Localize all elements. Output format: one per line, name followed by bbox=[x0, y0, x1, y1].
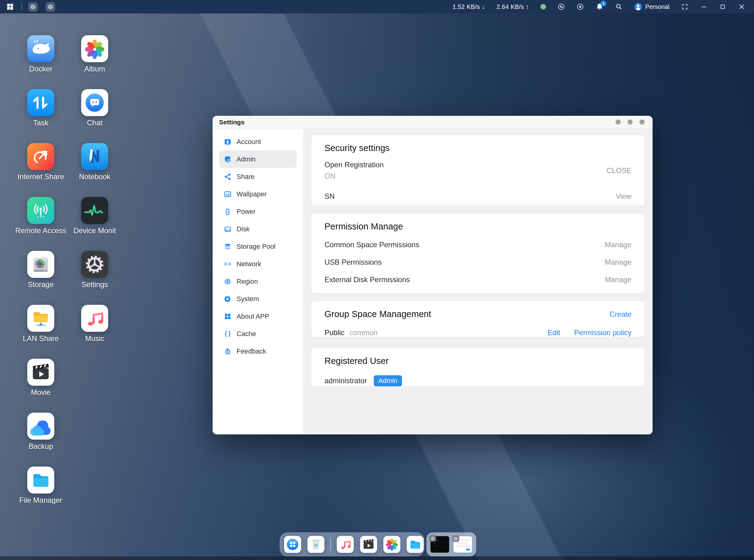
desktop-icon-internet-share[interactable]: Internet Share bbox=[27, 142, 55, 180]
desktop-icon-movie[interactable]: Movie bbox=[27, 358, 55, 396]
sidebar-item-storage-pool[interactable]: Storage Pool bbox=[219, 238, 297, 255]
window-controls bbox=[616, 119, 644, 125]
registered-user-card: Registered User administrator Admin bbox=[312, 348, 644, 386]
row-label: Open Registration bbox=[324, 161, 383, 169]
dock-window-previews bbox=[426, 533, 476, 556]
create-group-space-button[interactable]: Create bbox=[609, 310, 632, 319]
fullscreen-button[interactable] bbox=[681, 3, 689, 11]
taskbar-settings-app-button[interactable] bbox=[28, 2, 38, 12]
desktop-icon-label: Backup bbox=[28, 442, 53, 451]
sidebar-item-admin[interactable]: Admin bbox=[219, 151, 297, 168]
desktop-icon-storage[interactable]: Storage bbox=[27, 250, 55, 288]
preview-content-line bbox=[456, 542, 468, 543]
desktop-icon-docker[interactable]: Docker bbox=[27, 35, 55, 72]
dock: ♻ bbox=[280, 533, 424, 556]
desktop-icon-file-manager[interactable]: File Manager bbox=[27, 466, 55, 503]
search-icon[interactable] bbox=[615, 3, 622, 11]
desktop-column-2: AlbumChatNotebookDevice MonitSettingsMus… bbox=[81, 35, 109, 503]
desktop-icon-label: Notebook bbox=[79, 173, 111, 181]
manage-common-space-action[interactable]: Manage bbox=[605, 240, 632, 249]
desktop-icon-label: Storage bbox=[28, 280, 54, 289]
sidebar-item-about-app[interactable]: About APP bbox=[219, 307, 297, 325]
window-control-dot-1[interactable] bbox=[616, 119, 621, 125]
network-icon bbox=[224, 260, 232, 268]
taskbar-settings-app-button[interactable] bbox=[46, 2, 55, 12]
sidebar-item-cache[interactable]: Cache bbox=[219, 325, 297, 342]
movie-app-icon bbox=[27, 358, 55, 386]
remote-access-app-icon bbox=[27, 196, 55, 224]
desktop-icon-remote-access[interactable]: Remote Access bbox=[27, 196, 55, 234]
sidebar-item-label: About APP bbox=[237, 313, 269, 320]
desktop-icon-album[interactable]: Album bbox=[81, 35, 109, 72]
svg-text:♻: ♻ bbox=[314, 543, 318, 548]
desktop-icon-notebook[interactable]: Notebook bbox=[81, 142, 109, 180]
window-control-dot-2[interactable] bbox=[628, 119, 633, 125]
row-label: SN bbox=[324, 192, 335, 201]
desktop-icon-music[interactable]: Music bbox=[81, 304, 109, 342]
lan-share-app-icon bbox=[27, 304, 55, 333]
window-control-dot-3[interactable] bbox=[639, 119, 644, 125]
desktop-icon-task[interactable]: Task bbox=[27, 88, 55, 126]
sidebar-item-feedback[interactable]: Feedback bbox=[219, 342, 297, 360]
data-transfer-icon[interactable] bbox=[558, 3, 565, 11]
manage-usb-action[interactable]: Manage bbox=[605, 258, 632, 266]
permission-policy-button[interactable]: Permission policy bbox=[574, 328, 632, 337]
settings-window-preview-dark[interactable] bbox=[431, 536, 449, 553]
settings-window-preview-light[interactable] bbox=[453, 536, 472, 553]
sidebar-item-label: Storage Pool bbox=[237, 243, 275, 251]
top-bar-left bbox=[0, 2, 55, 12]
preview-accent-block bbox=[466, 549, 470, 551]
dock-album-button[interactable] bbox=[383, 536, 401, 553]
view-sn-action[interactable]: View bbox=[616, 192, 632, 201]
sidebar-item-label: Network bbox=[237, 260, 261, 268]
sidebar-item-network[interactable]: Network bbox=[219, 255, 297, 273]
feedback-icon bbox=[224, 347, 232, 355]
window-titlebar: Settings bbox=[213, 116, 653, 129]
desktop-icon-settings[interactable]: Settings bbox=[81, 250, 109, 288]
desktop-icon-chat[interactable]: Chat bbox=[81, 88, 109, 126]
sidebar-item-region[interactable]: Region bbox=[219, 273, 297, 290]
sidebar-item-power[interactable]: Power bbox=[219, 203, 297, 220]
sidebar-item-wallpaper[interactable]: Wallpaper bbox=[219, 185, 297, 203]
minimize-button[interactable] bbox=[700, 3, 708, 11]
start-menu-button[interactable] bbox=[5, 2, 15, 12]
sidebar-item-disk[interactable]: Disk bbox=[219, 220, 297, 238]
chat-app-icon bbox=[81, 88, 109, 117]
desktop-icon-label: Docker bbox=[29, 65, 53, 73]
manage-external-disk-action[interactable]: Manage bbox=[605, 275, 632, 284]
settings-content: Security settings Open Registration ON C… bbox=[303, 129, 653, 434]
sidebar-item-label: Power bbox=[237, 208, 256, 216]
dock-app-launcher-button[interactable] bbox=[284, 536, 301, 553]
sidebar-item-label: Account bbox=[237, 138, 261, 146]
internet-share-app-icon bbox=[27, 142, 55, 171]
device-monit-app-icon bbox=[81, 196, 109, 224]
notifications-bell[interactable]: 1 bbox=[596, 3, 603, 11]
desktop-icon-backup[interactable]: Backup bbox=[27, 412, 55, 449]
desktop-icon-label: File Manager bbox=[19, 496, 62, 504]
dock-divider bbox=[330, 538, 331, 551]
sidebar-item-share[interactable]: Share bbox=[219, 168, 297, 185]
edit-space-button[interactable]: Edit bbox=[548, 328, 560, 337]
dock-file-manager-button[interactable] bbox=[406, 536, 424, 553]
sidebar-item-system[interactable]: System bbox=[219, 290, 297, 307]
album-icon bbox=[383, 536, 401, 553]
maximize-button[interactable] bbox=[719, 3, 727, 11]
row-label: USB Permissions bbox=[324, 258, 382, 266]
close-registration-action[interactable]: CLOSE bbox=[607, 166, 632, 175]
sync-backup-icon[interactable] bbox=[577, 3, 584, 11]
system-icon bbox=[224, 295, 232, 303]
desktop-icon-lan-share[interactable]: LAN Share bbox=[27, 304, 55, 342]
preview-content-line bbox=[433, 545, 437, 546]
sidebar-item-label: Cache bbox=[237, 330, 256, 338]
close-button[interactable] bbox=[738, 3, 746, 11]
card-title: Group Space Management bbox=[324, 309, 431, 319]
dock-trash-button[interactable]: ♻ bbox=[307, 536, 325, 553]
dock-music-button[interactable] bbox=[336, 536, 354, 553]
trash-icon: ♻ bbox=[307, 536, 325, 553]
sidebar-item-account[interactable]: Account bbox=[219, 133, 297, 151]
desktop-icon-label: Remote Access bbox=[15, 226, 66, 235]
desktop-icon-device-monit[interactable]: Device Monit bbox=[81, 196, 109, 234]
desktop-icon-grid: DockerTaskInternet ShareRemote AccessSto… bbox=[27, 35, 109, 503]
dock-movie-button[interactable] bbox=[360, 536, 377, 553]
user-menu[interactable]: Personal bbox=[634, 3, 670, 11]
